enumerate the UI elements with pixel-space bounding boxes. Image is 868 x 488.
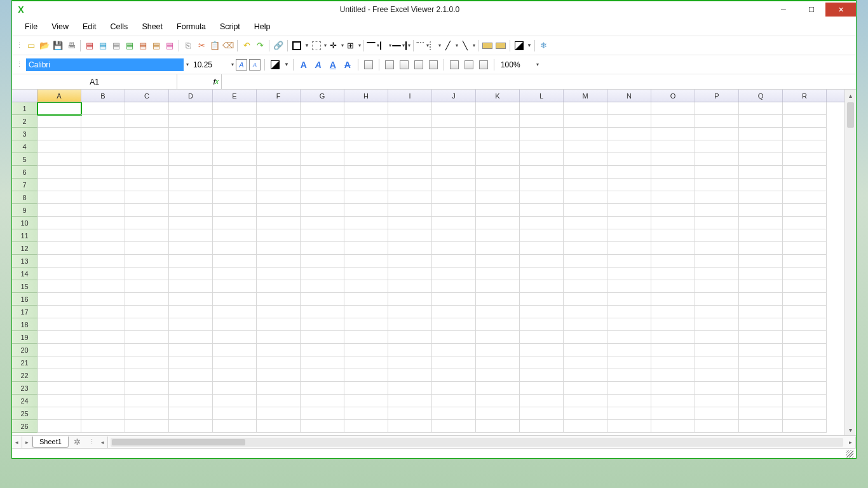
cell-R11[interactable]	[783, 229, 827, 242]
maximize-button[interactable]: ☐	[797, 3, 825, 17]
cell-L14[interactable]	[520, 268, 564, 280]
valign-middle-button[interactable]	[463, 58, 475, 71]
cell-B2[interactable]	[81, 115, 125, 128]
cell-J21[interactable]	[432, 356, 476, 369]
cell-I10[interactable]	[388, 217, 432, 229]
cell-O6[interactable]	[651, 166, 695, 179]
cell-F12[interactable]	[257, 242, 301, 255]
cell-M10[interactable]	[564, 217, 607, 229]
cell-G26[interactable]	[301, 420, 344, 433]
cell-E14[interactable]	[213, 268, 257, 280]
cell-F11[interactable]	[257, 229, 301, 242]
cell-B23[interactable]	[81, 382, 125, 395]
menu-file[interactable]: File	[18, 20, 44, 33]
cell-R23[interactable]	[783, 382, 827, 395]
row-header-24[interactable]: 24	[12, 395, 37, 407]
cell-N12[interactable]	[607, 242, 651, 255]
cell-F18[interactable]	[257, 318, 301, 331]
cell-Q12[interactable]	[739, 242, 783, 255]
cell-A10[interactable]	[37, 217, 81, 229]
cell-A20[interactable]	[37, 344, 81, 356]
cell-B14[interactable]	[81, 268, 125, 280]
cell-F25[interactable]	[257, 407, 301, 420]
cell-A15[interactable]	[37, 280, 81, 293]
cell-R12[interactable]	[783, 242, 827, 255]
cell-O17[interactable]	[651, 306, 695, 318]
cell-A5[interactable]	[37, 153, 81, 166]
cell-E16[interactable]	[213, 293, 257, 306]
cell-J6[interactable]	[432, 166, 476, 179]
cell-E24[interactable]	[213, 395, 257, 407]
cell-G6[interactable]	[301, 166, 344, 179]
cell-N13[interactable]	[607, 255, 651, 268]
cell-J24[interactable]	[432, 395, 476, 407]
grid-style1-button[interactable]	[481, 39, 494, 52]
cell-D14[interactable]	[169, 268, 213, 280]
cell-P5[interactable]	[695, 153, 739, 166]
cell-F14[interactable]	[257, 268, 301, 280]
cell-H7[interactable]	[344, 179, 388, 191]
export-pdf-button[interactable]: ▤	[83, 39, 96, 52]
cell-K13[interactable]	[476, 255, 520, 268]
cell-Q15[interactable]	[739, 280, 783, 293]
tab-nav-next[interactable]: ▸	[22, 437, 32, 448]
row-header-8[interactable]: 8	[12, 191, 37, 204]
cell-D5[interactable]	[169, 153, 213, 166]
cell-J8[interactable]	[432, 191, 476, 204]
cell-B22[interactable]	[81, 369, 125, 382]
cell-L20[interactable]	[520, 344, 564, 356]
cell-O12[interactable]	[651, 242, 695, 255]
redo-button[interactable]: ↷	[254, 39, 266, 52]
cell-E20[interactable]	[213, 344, 257, 356]
cell-E21[interactable]	[213, 356, 257, 369]
link-button[interactable]: 🔗	[272, 39, 285, 52]
cell-Q19[interactable]	[739, 331, 783, 344]
cell-F24[interactable]	[257, 395, 301, 407]
cell-M7[interactable]	[564, 179, 607, 191]
cell-D7[interactable]	[169, 179, 213, 191]
cell-J5[interactable]	[432, 153, 476, 166]
cell-R16[interactable]	[783, 293, 827, 306]
cell-E2[interactable]	[213, 115, 257, 128]
cell-A21[interactable]	[37, 356, 81, 369]
cell-E25[interactable]	[213, 407, 257, 420]
cell-L16[interactable]	[520, 293, 564, 306]
cell-H17[interactable]	[344, 306, 388, 318]
cell-D12[interactable]	[169, 242, 213, 255]
cell-H19[interactable]	[344, 331, 388, 344]
decrease-font-button[interactable]: A	[249, 59, 261, 71]
cell-L4[interactable]	[520, 140, 564, 153]
cell-L7[interactable]	[520, 179, 564, 191]
cell-J22[interactable]	[432, 369, 476, 382]
cell-D6[interactable]	[169, 166, 213, 179]
paste-button[interactable]: 📋	[208, 39, 221, 52]
column-header-K[interactable]: K	[476, 90, 520, 102]
cell-D18[interactable]	[169, 318, 213, 331]
cell-G9[interactable]	[301, 204, 344, 217]
cell-M14[interactable]	[564, 268, 607, 280]
border-all-dropdown[interactable]: ▾	[358, 43, 361, 48]
cell-N19[interactable]	[607, 331, 651, 344]
cell-K18[interactable]	[476, 318, 520, 331]
cell-K15[interactable]	[476, 280, 520, 293]
cell-P14[interactable]	[695, 268, 739, 280]
cell-K17[interactable]	[476, 306, 520, 318]
cell-O18[interactable]	[651, 318, 695, 331]
cell-H3[interactable]	[344, 128, 388, 140]
cell-I4[interactable]	[388, 140, 432, 153]
share-button[interactable]: ▤	[150, 39, 163, 52]
border-outline-dropdown[interactable]: ▼	[304, 43, 309, 48]
cell-O13[interactable]	[651, 255, 695, 268]
column-header-P[interactable]: P	[695, 90, 739, 102]
cell-F17[interactable]	[257, 306, 301, 318]
cell-L18[interactable]	[520, 318, 564, 331]
menu-view[interactable]: View	[45, 20, 75, 33]
cell-B21[interactable]	[81, 356, 125, 369]
cell-M21[interactable]	[564, 356, 607, 369]
cell-O2[interactable]	[651, 115, 695, 128]
cell-N21[interactable]	[607, 356, 651, 369]
cell-I25[interactable]	[388, 407, 432, 420]
size-dropdown[interactable]: ▾	[231, 62, 234, 67]
cell-I3[interactable]	[388, 128, 432, 140]
cell-M18[interactable]	[564, 318, 607, 331]
